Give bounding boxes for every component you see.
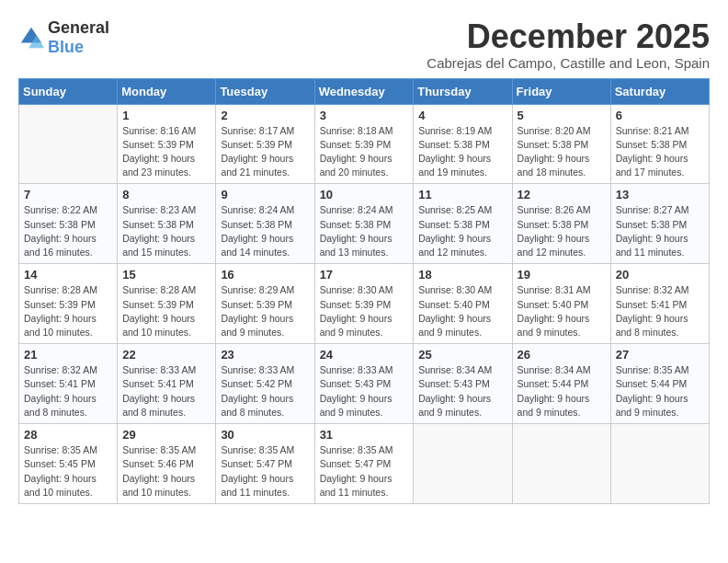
day-number: 21 [24,348,112,362]
logo-icon [18,25,44,51]
calendar-cell: 31Sunrise: 8:35 AMSunset: 5:47 PMDayligh… [314,424,414,504]
location-title: Cabrejas del Campo, Castille and Leon, S… [427,55,710,71]
weekday-header-tuesday: Tuesday [216,78,314,104]
day-number: 7 [24,188,112,201]
calendar-cell: 7Sunrise: 8:22 AMSunset: 5:38 PMDaylight… [19,184,118,264]
day-info: Sunrise: 8:35 AMSunset: 5:46 PMDaylight:… [122,443,210,500]
day-info: Sunrise: 8:27 AMSunset: 5:38 PMDaylight:… [616,203,704,259]
day-number: 30 [221,428,309,442]
calendar-cell: 5Sunrise: 8:20 AMSunset: 5:38 PMDaylight… [512,104,610,184]
title-section: December 2025 Cabrejas del Campo, Castil… [427,18,710,71]
weekday-header-thursday: Thursday [414,78,512,104]
calendar-cell: 13Sunrise: 8:27 AMSunset: 5:38 PMDayligh… [610,184,709,264]
day-number: 12 [518,188,606,201]
calendar-cell: 15Sunrise: 8:28 AMSunset: 5:39 PMDayligh… [118,264,216,344]
day-info: Sunrise: 8:28 AMSunset: 5:39 PMDaylight:… [24,283,112,339]
day-number: 2 [221,109,309,122]
calendar-week-row: 1Sunrise: 8:16 AMSunset: 5:39 PMDaylight… [19,104,710,184]
calendar-cell: 26Sunrise: 8:34 AMSunset: 5:44 PMDayligh… [512,344,610,424]
calendar-cell: 2Sunrise: 8:17 AMSunset: 5:39 PMDaylight… [216,104,314,184]
calendar-cell: 24Sunrise: 8:33 AMSunset: 5:43 PMDayligh… [314,344,414,424]
day-number: 20 [616,268,704,282]
calendar-cell: 19Sunrise: 8:31 AMSunset: 5:40 PMDayligh… [512,264,610,344]
calendar-week-row: 14Sunrise: 8:28 AMSunset: 5:39 PMDayligh… [19,264,710,344]
day-number: 16 [221,268,309,282]
calendar-cell: 29Sunrise: 8:35 AMSunset: 5:46 PMDayligh… [118,424,216,504]
calendar-cell: 14Sunrise: 8:28 AMSunset: 5:39 PMDayligh… [19,264,118,344]
calendar-cell: 27Sunrise: 8:35 AMSunset: 5:44 PMDayligh… [610,344,709,424]
day-info: Sunrise: 8:25 AMSunset: 5:38 PMDaylight:… [418,203,506,259]
day-info: Sunrise: 8:22 AMSunset: 5:38 PMDaylight:… [24,203,112,259]
day-info: Sunrise: 8:31 AMSunset: 5:40 PMDaylight:… [518,283,606,339]
calendar-cell: 22Sunrise: 8:33 AMSunset: 5:41 PMDayligh… [118,344,216,424]
day-number: 5 [518,109,606,122]
day-number: 9 [221,188,309,201]
day-number: 19 [518,268,606,282]
day-info: Sunrise: 8:34 AMSunset: 5:44 PMDaylight:… [518,363,606,419]
day-info: Sunrise: 8:35 AMSunset: 5:47 PMDaylight:… [221,443,309,500]
calendar-cell: 9Sunrise: 8:24 AMSunset: 5:38 PMDaylight… [216,184,314,264]
day-info: Sunrise: 8:18 AMSunset: 5:39 PMDaylight:… [320,124,409,180]
calendar-week-row: 7Sunrise: 8:22 AMSunset: 5:38 PMDaylight… [19,184,710,264]
day-number: 25 [418,348,506,362]
calendar-cell [512,424,610,504]
day-info: Sunrise: 8:19 AMSunset: 5:38 PMDaylight:… [418,124,506,180]
day-number: 23 [221,348,309,362]
logo-general: General [48,18,109,37]
day-info: Sunrise: 8:35 AMSunset: 5:44 PMDaylight:… [616,363,704,419]
calendar-week-row: 28Sunrise: 8:35 AMSunset: 5:45 PMDayligh… [19,424,710,504]
calendar-cell: 10Sunrise: 8:24 AMSunset: 5:38 PMDayligh… [314,184,414,264]
weekday-header-sunday: Sunday [19,78,118,104]
calendar-cell [19,104,118,184]
day-info: Sunrise: 8:20 AMSunset: 5:38 PMDaylight:… [518,124,606,180]
day-number: 26 [518,348,606,362]
day-number: 27 [616,348,704,362]
calendar-cell: 4Sunrise: 8:19 AMSunset: 5:38 PMDaylight… [414,104,512,184]
calendar-cell: 11Sunrise: 8:25 AMSunset: 5:38 PMDayligh… [414,184,512,264]
calendar-cell: 17Sunrise: 8:30 AMSunset: 5:39 PMDayligh… [314,264,414,344]
day-info: Sunrise: 8:32 AMSunset: 5:41 PMDaylight:… [24,363,112,419]
day-number: 14 [24,268,112,282]
calendar-cell [414,424,512,504]
day-number: 1 [122,109,210,122]
day-info: Sunrise: 8:33 AMSunset: 5:42 PMDaylight:… [221,363,309,419]
calendar-header-row: SundayMondayTuesdayWednesdayThursdayFrid… [19,78,710,104]
day-info: Sunrise: 8:17 AMSunset: 5:39 PMDaylight:… [221,124,309,180]
logo-blue: Blue [48,38,84,56]
calendar-cell: 12Sunrise: 8:26 AMSunset: 5:38 PMDayligh… [512,184,610,264]
calendar-cell: 8Sunrise: 8:23 AMSunset: 5:38 PMDaylight… [118,184,216,264]
calendar-cell: 20Sunrise: 8:32 AMSunset: 5:41 PMDayligh… [610,264,709,344]
day-info: Sunrise: 8:35 AMSunset: 5:47 PMDaylight:… [320,443,409,500]
day-number: 8 [122,188,210,201]
day-info: Sunrise: 8:26 AMSunset: 5:38 PMDaylight:… [518,203,606,259]
day-number: 13 [616,188,704,201]
day-number: 6 [616,109,704,122]
day-number: 31 [320,428,409,442]
day-info: Sunrise: 8:28 AMSunset: 5:39 PMDaylight:… [122,283,210,339]
calendar-cell: 23Sunrise: 8:33 AMSunset: 5:42 PMDayligh… [216,344,314,424]
page-header: General Blue December 2025 Cabrejas del … [18,18,710,71]
calendar-cell: 21Sunrise: 8:32 AMSunset: 5:41 PMDayligh… [19,344,118,424]
day-number: 10 [320,188,409,201]
day-number: 4 [418,109,506,122]
day-info: Sunrise: 8:24 AMSunset: 5:38 PMDaylight:… [320,203,409,259]
day-number: 18 [418,268,506,282]
calendar-week-row: 21Sunrise: 8:32 AMSunset: 5:41 PMDayligh… [19,344,710,424]
day-number: 17 [320,268,409,282]
day-number: 29 [122,428,210,442]
calendar-cell: 28Sunrise: 8:35 AMSunset: 5:45 PMDayligh… [19,424,118,504]
calendar-cell: 6Sunrise: 8:21 AMSunset: 5:38 PMDaylight… [610,104,709,184]
day-info: Sunrise: 8:32 AMSunset: 5:41 PMDaylight:… [616,283,704,339]
weekday-header-wednesday: Wednesday [314,78,414,104]
day-info: Sunrise: 8:34 AMSunset: 5:43 PMDaylight:… [418,363,506,419]
calendar-cell: 18Sunrise: 8:30 AMSunset: 5:40 PMDayligh… [414,264,512,344]
day-info: Sunrise: 8:16 AMSunset: 5:39 PMDaylight:… [122,124,210,180]
calendar-table: SundayMondayTuesdayWednesdayThursdayFrid… [18,78,710,504]
calendar-cell: 1Sunrise: 8:16 AMSunset: 5:39 PMDaylight… [118,104,216,184]
calendar-cell: 3Sunrise: 8:18 AMSunset: 5:39 PMDaylight… [314,104,414,184]
day-info: Sunrise: 8:24 AMSunset: 5:38 PMDaylight:… [221,203,309,259]
day-number: 3 [320,109,409,122]
day-number: 28 [24,428,112,442]
calendar-cell [610,424,709,504]
logo: General Blue [18,18,109,57]
